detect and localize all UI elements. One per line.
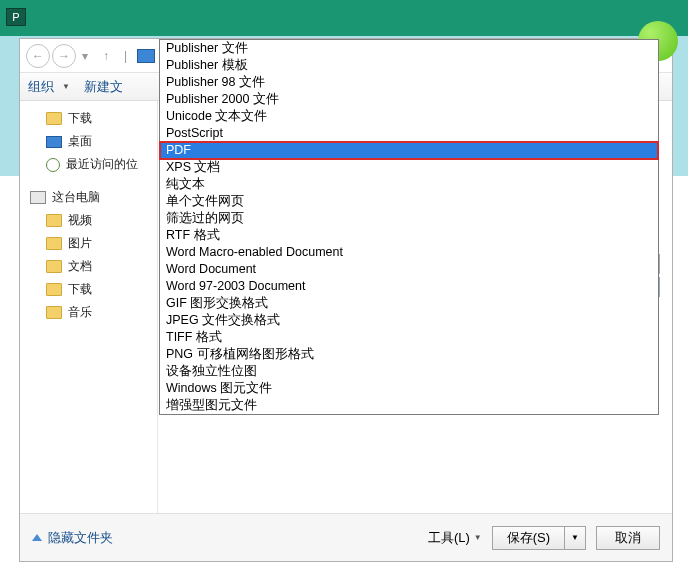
hide-folders-toggle[interactable]: 隐藏文件夹 [32,529,113,547]
tools-label: 工具(L) [428,529,470,547]
sidebar-item-documents[interactable]: 文档 [20,255,157,278]
back-button[interactable]: ← [26,44,50,68]
up-button[interactable]: ↑ [94,44,118,68]
new-folder-button[interactable]: 新建文 [84,78,123,96]
dropdown-item[interactable]: 筛选过的网页 [160,210,658,227]
sidebar-item-label: 下载 [68,281,92,298]
nav-divider: | [124,49,127,63]
save-dropdown-button[interactable]: ▼ [564,526,586,550]
nav-separator: ▾ [82,49,88,63]
sidebar-item-label: 这台电脑 [52,189,100,206]
dropdown-item[interactable]: Windows 图元文件 [160,380,658,397]
sidebar-item-label: 图片 [68,235,92,252]
sidebar-item-label: 桌面 [68,133,92,150]
sidebar-item-label: 最近访问的位 [66,156,138,173]
pc-icon [30,191,46,204]
folder-icon [46,237,62,250]
sidebar-item-label: 文档 [68,258,92,275]
dialog-footer: 隐藏文件夹 工具(L) ▼ 保存(S) ▼ 取消 [20,513,672,561]
dropdown-item[interactable]: 增强型图元文件 [160,397,658,414]
chevron-up-icon [32,534,42,541]
sidebar-item-pictures[interactable]: 图片 [20,232,157,255]
save-as-dialog: ← → ▾ ↑ | 组织 ▼ 新建文 下载 桌面 最近访问的位 [19,38,673,562]
dropdown-item[interactable]: 单个文件网页 [160,193,658,210]
save-button[interactable]: 保存(S) [492,526,564,550]
sidebar-item-label: 视频 [68,212,92,229]
sidebar: 下载 桌面 最近访问的位 这台电脑 视频 图片 [20,101,158,513]
dropdown-item[interactable]: Word Macro-enabled Document [160,244,658,261]
sidebar-item-downloads2[interactable]: 下载 [20,278,157,301]
sidebar-item-videos[interactable]: 视频 [20,209,157,232]
sidebar-item-label: 下载 [68,110,92,127]
hide-folders-label: 隐藏文件夹 [48,529,113,547]
dropdown-item[interactable]: 设备独立性位图 [160,363,658,380]
savetype-dropdown-list[interactable]: Publisher 文件Publisher 模板Publisher 98 文件P… [159,39,659,415]
dropdown-item[interactable]: Publisher 98 文件 [160,74,658,91]
chevron-down-icon: ▼ [474,533,482,542]
desktop-icon [46,136,62,148]
sidebar-item-recent[interactable]: 最近访问的位 [20,153,157,176]
tools-dropdown[interactable]: 工具(L) ▼ [428,529,482,547]
dropdown-item[interactable]: Unicode 文本文件 [160,108,658,125]
dropdown-item[interactable]: Publisher 2000 文件 [160,91,658,108]
app-title-bar: P [0,0,688,36]
dropdown-item[interactable]: 纯文本 [160,176,658,193]
dropdown-item[interactable]: Publisher 文件 [160,40,658,57]
dropdown-item[interactable]: TIFF 格式 [160,329,658,346]
folder-icon [46,283,62,296]
dropdown-item[interactable]: RTF 格式 [160,227,658,244]
dropdown-item[interactable]: Word Document [160,261,658,278]
dropdown-item[interactable]: Publisher 模板 [160,57,658,74]
sidebar-item-label: 音乐 [68,304,92,321]
dropdown-item[interactable]: Word 97-2003 Document [160,278,658,295]
organize-dropdown-icon[interactable]: ▼ [62,82,70,91]
recent-icon [46,158,60,172]
folder-icon [46,112,62,125]
dropdown-item[interactable]: XPS 文档 [160,159,658,176]
dropdown-item[interactable]: GIF 图形交换格式 [160,295,658,312]
sidebar-item-thispc[interactable]: 这台电脑 [20,186,157,209]
sidebar-item-downloads[interactable]: 下载 [20,107,157,130]
location-monitor-icon [137,49,155,63]
folder-icon [46,214,62,227]
publisher-app-icon: P [6,8,26,26]
forward-button[interactable]: → [52,44,76,68]
dropdown-item[interactable]: PDF [160,142,658,159]
dropdown-item[interactable]: JPEG 文件交换格式 [160,312,658,329]
sidebar-item-music[interactable]: 音乐 [20,301,157,324]
dropdown-item[interactable]: PNG 可移植网络图形格式 [160,346,658,363]
folder-icon [46,260,62,273]
sidebar-item-desktop[interactable]: 桌面 [20,130,157,153]
folder-icon [46,306,62,319]
organize-button[interactable]: 组织 [28,78,54,96]
save-split-button: 保存(S) ▼ [492,526,586,550]
cancel-button[interactable]: 取消 [596,526,660,550]
dropdown-item[interactable]: PostScript [160,125,658,142]
